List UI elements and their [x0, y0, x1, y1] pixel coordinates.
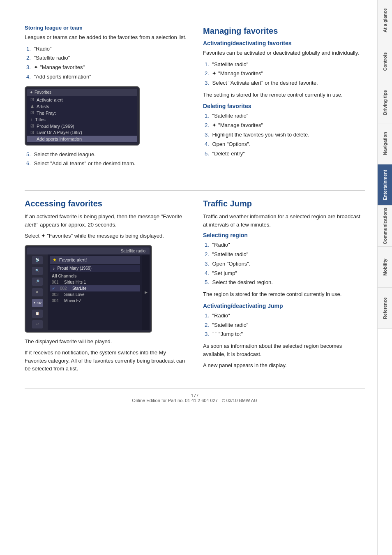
- tab-driving-tips[interactable]: Driving tips: [378, 82, 392, 123]
- selecting-region-outro: The region is stored for the remote cont…: [203, 290, 365, 298]
- tab-mobility[interactable]: Mobility: [378, 247, 392, 288]
- selecting-region-steps: 1. "Radio" 2. "Satellite radio" 3. Open …: [203, 241, 365, 287]
- screen2-header: Satellite radio: [27, 247, 150, 254]
- screen-header: ✦ Favorites: [27, 89, 137, 96]
- channel-list: 001 Sirius Hits 1 ✓ 002 StarLite: [50, 279, 140, 304]
- manage-favorites-icon: ✦: [34, 63, 38, 72]
- list-item: 4. "Set jump": [203, 269, 365, 278]
- accessing-favorites-title: Accessing favorites: [25, 197, 187, 208]
- deleting-steps: 1. "Satellite radio" 2. ✦ "Manage favori…: [203, 112, 365, 158]
- storing-league-intro: Leagues or teams can be added to the fav…: [25, 33, 187, 42]
- section-divider: [25, 190, 365, 191]
- screen-row: ☑ Activate alert: [27, 97, 137, 103]
- tab-reference[interactable]: Reference: [378, 288, 392, 329]
- right-sidebar: At a glance Controls Driving tips Naviga…: [377, 0, 392, 555]
- favorite-alert-row: ★ Favorite alert!: [50, 256, 140, 264]
- list-item: 3. ⌒ "Jump to:": [203, 330, 365, 339]
- screen2-main-area: ★ Favorite alert! ♪ Proud Mary (1969) Al…: [48, 254, 142, 330]
- list-item: 1. "Radio": [203, 241, 365, 250]
- tab-entertainment[interactable]: Entertainment: [378, 164, 392, 206]
- list-item: 2. ✦ "Manage favorites": [203, 121, 365, 130]
- activating-deactivating-title: Activating/deactivating favorites: [203, 40, 365, 46]
- managing-favorites-title: Managing favorites: [203, 25, 365, 36]
- sidebar-icon-4: ⏺: [32, 288, 43, 296]
- selecting-region-title: Selecting region: [203, 232, 365, 238]
- channel-row: 001 Sirius Hits 1: [50, 279, 140, 285]
- song-row: ♪ Proud Mary (1969): [50, 265, 140, 272]
- traffic-jump-title: Traffic Jump: [203, 197, 365, 208]
- list-item: 5. Select the desired region.: [203, 278, 365, 287]
- accessing-outro2: If it receives no notification, the syst…: [25, 349, 187, 373]
- page-footer: 177 Online Edition for Part no. 01 41 2 …: [25, 388, 365, 403]
- page-number: 177: [25, 393, 365, 398]
- activating-outro: The setting is stored for the remote con…: [203, 91, 365, 99]
- screen-row: ♟ Artists: [27, 103, 137, 110]
- tab-communications[interactable]: Communications: [378, 206, 392, 247]
- jump-icon: ⌒: [212, 331, 217, 338]
- screen-body: ☑ Activate alert ♟ Artists ☑ The Fray:: [27, 96, 137, 143]
- list-item: 3. Open "Options".: [203, 260, 365, 268]
- screen-row: ♪ Titles: [27, 116, 137, 123]
- manage-fav-icon2: ✦: [212, 69, 217, 78]
- manage-fav-icon3: ✦: [212, 121, 217, 130]
- satellite-radio-screen-mockup: Satellite radio 📡 🔍 🔎 ⏺ ✦ Fav 📋 ↩: [25, 245, 152, 333]
- list-item: 2. "Satellite radio": [203, 321, 365, 330]
- sidebar-icon-favorites: ✦ Fav: [32, 299, 43, 307]
- all-channels-label: All Channels: [50, 273, 140, 279]
- activating-steps: 1. "Satellite radio" 2. ✦ "Manage favori…: [203, 60, 365, 88]
- screen2-right-edge: ▶: [142, 254, 150, 330]
- sidebar-icon-3: 🔎: [32, 278, 43, 286]
- list-item: 3. Select "Activate alert" or the desire…: [203, 79, 365, 88]
- storing-steps2-list: 5. Select the desired league. 6. Select …: [25, 150, 187, 169]
- list-item: 1. "Satellite radio": [203, 60, 365, 69]
- list-item: 4. "Add sports information": [25, 73, 187, 81]
- screen2-sidebar: 📡 🔍 🔎 ⏺ ✦ Fav 📋 ↩: [27, 254, 48, 330]
- list-item: 2. ✦ "Manage favorites": [203, 69, 365, 78]
- list-item: 2. "Satellite radio": [203, 250, 365, 259]
- list-item: 3. ✦ "Manage favorites": [25, 63, 187, 72]
- list-item: 5. "Delete entry": [203, 150, 365, 158]
- tab-navigation[interactable]: Navigation: [378, 123, 392, 164]
- sidebar-icon-1: 📡: [32, 256, 43, 264]
- list-item: 1. "Satellite radio": [203, 112, 365, 120]
- list-item: 3. Highlight the favorites you wish to d…: [203, 131, 365, 139]
- accessing-outro1: The displayed favorite will be played.: [25, 338, 187, 346]
- list-item: 5. Select the desired league.: [25, 150, 187, 159]
- list-item: 6. Select "Add all teams" or the desired…: [25, 160, 187, 168]
- channel-row: 003 Sirius Love: [50, 291, 140, 298]
- screen-row: ☑ Livin' On A Prayer (1987): [27, 130, 137, 136]
- jump-outro2: A new panel appears in the display.: [203, 361, 365, 370]
- storing-league-title: Storing league or team: [25, 25, 187, 31]
- list-item: 4. Open "Options".: [203, 140, 365, 149]
- sidebar-icon-2: 🔍: [32, 267, 43, 275]
- traffic-jump-intro: Traffic and weather information for a se…: [203, 213, 365, 229]
- screen-row: ☑ The Fray:: [27, 110, 137, 116]
- deleting-favorites-title: Deleting favorites: [203, 103, 365, 109]
- accessing-intro: If an activated favorite is being played…: [25, 213, 187, 229]
- activating-jump-steps: 1. "Radio" 2. "Satellite radio" 3. ⌒ "Ju…: [203, 312, 365, 339]
- jump-outro1: As soon as information about the selecte…: [203, 342, 365, 358]
- storing-steps-list: 1. "Radio" 2. "Satellite radio" 3. ✦ "Ma…: [25, 45, 187, 81]
- activating-jump-title: Activating/deactivating Jump: [203, 303, 365, 309]
- favorites-screen-mockup: ✦ Favorites ☑ Activate alert ♟ Artists: [25, 86, 140, 146]
- sidebar-icon-6: ↩: [32, 320, 43, 328]
- activating-intro: Favorites can be activated or deactivate…: [203, 49, 365, 57]
- copyright-text: Online Edition for Part no. 01 41 2 604 …: [25, 398, 365, 403]
- list-item: 1. "Radio": [25, 45, 187, 53]
- screen-row-highlighted: ☑ Add sports information: [27, 136, 137, 142]
- sidebar-icon-5: 📋: [32, 310, 43, 318]
- channel-row: 004 Movin EZ: [50, 298, 140, 304]
- tab-at-a-glance[interactable]: At a glance: [378, 0, 392, 41]
- list-item: 1. "Radio": [203, 312, 365, 320]
- screen2-body: 📡 🔍 🔎 ⏺ ✦ Fav 📋 ↩ ★: [27, 254, 150, 330]
- list-item: 2. "Satellite radio": [25, 54, 187, 62]
- screen-row: ☑ Proud Mary (1969): [27, 123, 137, 130]
- accessing-select-text: Select ✦ "Favorites" while the message i…: [25, 232, 187, 240]
- tab-controls[interactable]: Controls: [378, 41, 392, 82]
- channel-row-active: ✓ 002 StarLite: [50, 285, 140, 291]
